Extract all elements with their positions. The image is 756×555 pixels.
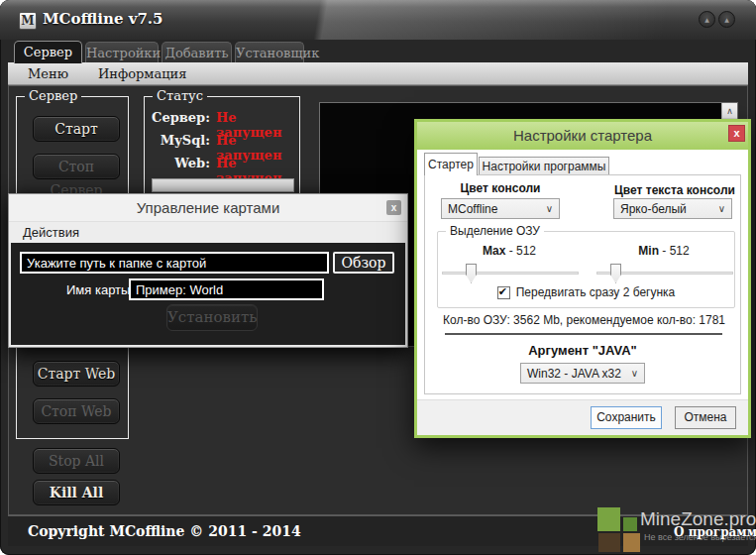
map-path-input[interactable]: Укажите путь к папке с картой — [20, 252, 329, 274]
chevron-down-icon: ∨ — [631, 368, 638, 379]
window-title: MCoffline v7.5 — [43, 10, 162, 28]
maps-dialog: Управление картами x Действия Укажите пу… — [8, 193, 408, 348]
stop-server-button: Стоп Сервер — [33, 154, 120, 179]
tab-add[interactable]: Добавить — [162, 42, 232, 62]
status-label: Web: — [174, 156, 210, 170]
slider-track — [442, 272, 579, 275]
minezone-watermark: MineZone.pro Не все зеленое вырезается О… — [594, 503, 756, 555]
tab-settings[interactable]: Настройки — [85, 42, 159, 62]
ram-min-value: - 512 — [662, 244, 689, 258]
watermark-brown-square — [598, 533, 620, 552]
maps-dialog-close-button[interactable]: x — [386, 200, 401, 215]
minimize-button[interactable]: ▲ — [699, 11, 715, 28]
map-name-input[interactable]: Пример: World — [129, 278, 324, 300]
starter-dialog-footer: Сохранить Отмена — [417, 399, 748, 435]
ram-min-label: Min - 512 — [604, 244, 723, 258]
tab-starter[interactable]: Стартер — [424, 153, 478, 175]
ram-max-word: Max — [483, 244, 505, 258]
cancel-button[interactable]: Отмена — [675, 406, 736, 429]
stop-all-button: Stop All — [33, 448, 120, 474]
tab-server[interactable]: Сервер — [14, 41, 82, 63]
ram-max-value: - 512 — [509, 244, 536, 258]
maps-dialog-title: Управление картами — [9, 194, 407, 221]
console-color-select[interactable]: MCoffline ∨ — [441, 198, 560, 219]
starter-dialog-content: Стартер Настройки программы Цвет консоли… — [417, 150, 748, 399]
move-both-sliders-row: ✔ Передвигать сразу 2 бегунка — [438, 285, 734, 299]
stop-web-button: Стоп Web — [33, 398, 120, 424]
starter-dialog-close-button[interactable]: x — [728, 125, 745, 142]
java-argument-select[interactable]: Win32 - JAVA x32 ∨ — [520, 363, 645, 384]
watermark-green-square — [597, 507, 620, 531]
status-group-title: Статус — [153, 88, 207, 103]
maps-dialog-body: Укажите путь к папке с картой Обзор Имя … — [9, 243, 407, 347]
starter-settings-dialog: Настройки стартера x Стартер Настройки п… — [414, 119, 751, 438]
watermark-tan-square — [623, 533, 640, 552]
menu-strip: Меню Информация — [8, 62, 748, 85]
menu-item-menu[interactable]: Меню — [28, 66, 68, 81]
maps-actions-menu[interactable]: Действия — [9, 221, 407, 243]
tab-installer[interactable]: Установщик — [235, 42, 304, 62]
slider-thumb[interactable] — [610, 264, 621, 283]
browse-button[interactable]: Обзор — [333, 252, 394, 274]
text-color-label: Цвет текста консоли — [609, 183, 740, 197]
install-button: Установить — [166, 304, 258, 331]
ram-group-title: Выделение ОЗУ — [446, 224, 544, 238]
scroll-up-icon[interactable]: ∧ — [722, 103, 737, 119]
menu-item-info[interactable]: Информация — [98, 66, 186, 81]
chevron-down-icon: ∨ — [718, 203, 725, 214]
status-row-server: Сервер: Не запущен — [145, 110, 299, 126]
ram-max-slider[interactable] — [442, 264, 579, 283]
ram-info-text: Кол-во ОЗУ: 3562 Mb, рекомендуемое кол-в… — [443, 313, 725, 327]
tab-program-settings[interactable]: Настройки программы — [479, 157, 609, 175]
separator-line — [445, 333, 722, 335]
main-window: M MCoffline v7.5 ▲ ▲ Сервер Настройки До… — [0, 0, 756, 555]
start-server-button[interactable]: Старт — [33, 116, 120, 142]
java-argument-label: Аргумент "JAVA" — [425, 343, 740, 358]
console-color-label: Цвет консоли — [441, 181, 560, 195]
ram-max-label: Max - 512 — [450, 244, 569, 258]
move-both-label: Передвигать сразу 2 бегунка — [516, 285, 676, 299]
status-group: Статус Сервер: Не запущен MySql: Не запу… — [144, 96, 300, 195]
progress-bar — [152, 178, 294, 192]
start-web-button[interactable]: Старт Web — [33, 361, 120, 387]
ram-min-word: Min — [638, 244, 659, 258]
chevron-down-icon: ∨ — [546, 203, 553, 214]
move-both-checkbox[interactable]: ✔ — [497, 286, 510, 299]
console-color-value: MCoffline — [448, 202, 497, 216]
kill-all-button[interactable]: Kill All — [33, 480, 120, 505]
text-color-value: Ярко-белый — [620, 202, 687, 216]
text-color-select[interactable]: Ярко-белый ∨ — [613, 198, 732, 219]
app-icon: M — [19, 12, 37, 30]
starter-dialog-title: Настройки стартера — [417, 122, 748, 150]
starter-tab-page: Цвет консоли MCoffline ∨ Цвет текста кон… — [424, 174, 741, 394]
status-row-web: Web: Не запущен — [145, 156, 299, 171]
map-name-label: Имя карты: — [66, 282, 134, 297]
copyright-text: Copyright MCoffline © 2011 - 2014 — [28, 516, 301, 547]
java-argument-value: Win32 - JAVA x32 — [527, 367, 621, 381]
check-icon: ✔ — [498, 285, 507, 298]
status-label: Сервер: — [152, 110, 210, 125]
save-button[interactable]: Сохранить — [591, 406, 662, 429]
server-group-title: Сервер — [25, 88, 81, 103]
close-icon: ▲ — [724, 16, 729, 23]
ram-allocation-group: Выделение ОЗУ Max - 512 Min - 512 — [437, 231, 735, 308]
status-row-mysql: MySql: Не запущен — [145, 133, 299, 149]
watermark-small-green-square — [623, 517, 637, 531]
minimize-icon: ▲ — [704, 16, 709, 23]
about-link[interactable]: О программе — [674, 525, 756, 539]
status-label: MySql: — [161, 133, 210, 148]
close-window-button[interactable]: ▲ — [718, 11, 735, 28]
close-icon: x — [391, 202, 397, 213]
ram-min-slider[interactable] — [596, 264, 733, 283]
slider-thumb[interactable] — [466, 264, 477, 283]
close-icon: x — [733, 127, 739, 139]
